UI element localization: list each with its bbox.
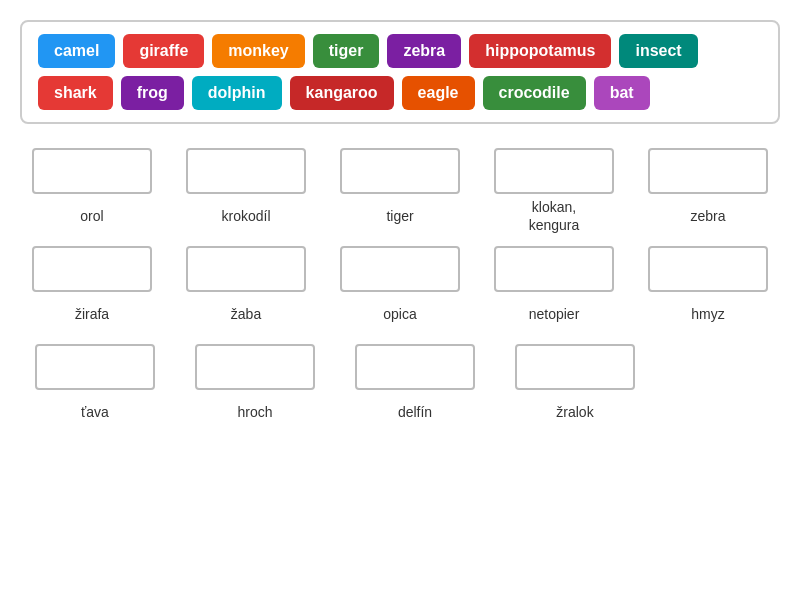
drop-label-r2c0: ťava	[81, 394, 109, 430]
drop-box-r0c0[interactable]	[32, 148, 152, 194]
drop-column-r0c4: zebra	[636, 148, 780, 234]
word-chip-insect[interactable]: insect	[619, 34, 697, 68]
word-chip-zebra[interactable]: zebra	[387, 34, 461, 68]
drop-box-r2c1[interactable]	[195, 344, 315, 390]
drop-box-r1c3[interactable]	[494, 246, 614, 292]
drop-label-r1c3: netopier	[529, 296, 580, 332]
word-chip-bat[interactable]: bat	[594, 76, 650, 110]
word-chip-tiger[interactable]: tiger	[313, 34, 380, 68]
drop-label-r1c4: hmyz	[691, 296, 724, 332]
drop-box-r1c4[interactable]	[648, 246, 768, 292]
drop-box-r0c2[interactable]	[340, 148, 460, 194]
drop-column-r0c1: krokodíl	[174, 148, 318, 234]
drop-box-r2c2[interactable]	[355, 344, 475, 390]
drop-column-r1c1: žaba	[174, 246, 318, 332]
drop-box-r0c3[interactable]	[494, 148, 614, 194]
drop-column-r0c2: tiger	[328, 148, 472, 234]
word-chip-crocodile[interactable]: crocodile	[483, 76, 586, 110]
word-bank: camelgiraffemonkeytigerzebrahippopotamus…	[20, 20, 780, 124]
word-chip-monkey[interactable]: monkey	[212, 34, 304, 68]
drop-column-r1c0: žirafa	[20, 246, 164, 332]
drop-label-r1c1: žaba	[231, 296, 261, 332]
drop-label-r0c3: klokan, kengura	[529, 198, 580, 234]
drop-column-r1c2: opica	[328, 246, 472, 332]
drop-label-r2c2: delfín	[398, 394, 432, 430]
drop-box-r1c1[interactable]	[186, 246, 306, 292]
drop-column-r0c3: klokan, kengura	[482, 148, 626, 234]
drop-box-r1c0[interactable]	[32, 246, 152, 292]
drop-label-r0c2: tiger	[386, 198, 413, 234]
drop-label-r0c1: krokodíl	[221, 198, 270, 234]
drop-box-r2c3[interactable]	[515, 344, 635, 390]
drop-row-2: ťavahrochdelfínžralok	[20, 344, 780, 430]
drop-label-r1c2: opica	[383, 296, 416, 332]
drop-column-r1c3: netopier	[482, 246, 626, 332]
word-chip-dolphin[interactable]: dolphin	[192, 76, 282, 110]
word-chip-giraffe[interactable]: giraffe	[123, 34, 204, 68]
word-chip-hippopotamus[interactable]: hippopotamus	[469, 34, 611, 68]
drop-box-r0c4[interactable]	[648, 148, 768, 194]
word-chip-camel[interactable]: camel	[38, 34, 115, 68]
drop-column-r2c1: hroch	[180, 344, 330, 430]
drop-box-r2c0[interactable]	[35, 344, 155, 390]
drop-box-r1c2[interactable]	[340, 246, 460, 292]
drop-label-r1c0: žirafa	[75, 296, 109, 332]
drop-row-0: orolkrokodíltigerklokan, kengurazebra	[20, 148, 780, 234]
drop-label-r2c3: žralok	[556, 394, 593, 430]
drop-column-r2c2: delfín	[340, 344, 490, 430]
drop-row-1: žirafažabaopicanetopierhmyz	[20, 246, 780, 332]
drop-zones-container: orolkrokodíltigerklokan, kengurazebražir…	[20, 148, 780, 430]
word-chip-eagle[interactable]: eagle	[402, 76, 475, 110]
drop-column-r2c3: žralok	[500, 344, 650, 430]
drop-box-r0c1[interactable]	[186, 148, 306, 194]
word-chip-frog[interactable]: frog	[121, 76, 184, 110]
word-chip-kangaroo[interactable]: kangaroo	[290, 76, 394, 110]
drop-label-r2c1: hroch	[237, 394, 272, 430]
drop-column-r1c4: hmyz	[636, 246, 780, 332]
drop-label-r0c0: orol	[80, 198, 103, 234]
word-chip-shark[interactable]: shark	[38, 76, 113, 110]
drop-label-r0c4: zebra	[690, 198, 725, 234]
drop-column-r2c0: ťava	[20, 344, 170, 430]
drop-column-r0c0: orol	[20, 148, 164, 234]
